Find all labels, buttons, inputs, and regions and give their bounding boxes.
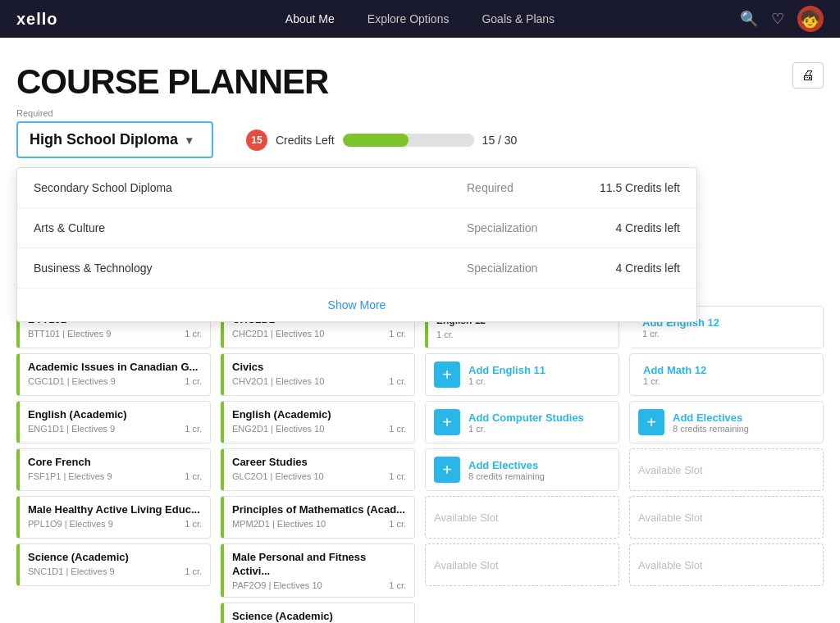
list-item[interactable]: English (Academic) ENG2D1 | Electives 10… [221,401,415,443]
add-card-title: Add English 11 [468,364,546,376]
course-name: Civics [232,361,406,375]
diploma-select[interactable]: High School Diploma ▾ [16,121,213,158]
add-card-sub: 8 credits remaining [673,424,749,434]
add-card-sub: 1 cr. [468,376,546,386]
add-computer-studies-button[interactable]: + [434,409,460,435]
course-credits: 1 cr. [389,519,406,529]
add-english-11-button[interactable]: + [434,362,460,388]
add-english-11-card[interactable]: + Add English 11 1 cr. [425,353,619,396]
course-code-elective: CGC1D1 | Electives 9 [28,376,116,386]
add-card-title: Add Computer Studies [468,412,584,424]
course-credits: 1 cr. [185,566,202,576]
course-credits: 1 cr. [185,519,202,529]
list-item[interactable]: Academic Issues in Canadian G... CGC1D1 … [16,353,211,396]
course-meta: ENG2D1 | Electives 10 1 cr. [232,424,406,434]
diploma-dropdown: Secondary School Diploma Required 11.5 C… [16,167,697,322]
list-item[interactable]: Science (Academic) SNC2D1 | Electives 10… [221,603,415,623]
available-slot: Available Slot [629,543,824,586]
add-english-11-text: Add English 11 1 cr. [468,364,546,386]
course-name: Academic Issues in Canadian G... [28,361,202,375]
course-credits: 1 cr. [185,424,202,434]
course-meta: SNC1D1 | Electives 9 1 cr. [28,566,202,576]
required-label: Required [16,108,53,118]
dropdown-item-arts[interactable]: Arts & Culture Specialization 4 Credits … [17,208,696,248]
dropdown-item-credits-2: 4 Credits left [582,261,680,275]
course-code-elective: ENG2D1 | Electives 10 [232,424,324,434]
list-item[interactable]: Civics CHV2O1 | Electives 10 1 cr. [221,353,415,396]
nav-goals-plans[interactable]: Goals & Plans [482,12,555,25]
course-meta: CGC1D1 | Electives 9 1 cr. [28,376,202,386]
list-item[interactable]: Career Studies GLC2O1 | Electives 10 1 c… [221,448,415,491]
add-computer-studies-text: Add Computer Studies 1 cr. [468,412,584,434]
add-math-12-text: Add Math 12 1 cr. [638,364,706,386]
course-code-elective: PPL1O9 | Electives 9 [28,519,113,529]
nav-about-me[interactable]: About Me [285,12,335,25]
dropdown-item-name-1: Arts & Culture [34,221,467,234]
column-1: BTT101 BTT101 | Electives 9 1 cr. Academ… [16,306,211,623]
credits-left-section: 15 Credits Left 15 / 30 [246,130,517,151]
available-slot: Available Slot [425,543,619,586]
progress-bar [343,134,474,147]
course-code-elective: FSF1P1 | Electives 9 [28,471,112,481]
main-content: COURSE PLANNER 🖨 Required High School Di… [0,38,840,623]
show-more-button[interactable]: Show More [17,289,696,321]
nav-explore-options[interactable]: Explore Options [368,12,450,25]
add-electives-card-col4[interactable]: + Add Electives 8 credits remaining [629,401,824,443]
progress-bar-fill [343,134,409,147]
heart-icon[interactable]: ♡ [771,10,784,28]
dropdown-item-type-1: Specialization [467,221,582,234]
add-electives-card-col3[interactable]: + Add Electives 8 credits remaining [425,448,619,491]
course-meta: FSF1P1 | Electives 9 1 cr. [28,471,202,481]
search-icon[interactable]: 🔍 [740,10,758,28]
course-meta: CHV2O1 | Electives 10 1 cr. [232,376,406,386]
add-card-sub: 1 cr. [643,376,706,386]
column-2: CHC2D1 CHC2D1 | Electives 10 1 cr. Civic… [221,306,415,623]
course-meta: ENG1D1 | Electives 9 1 cr. [28,424,202,434]
add-computer-studies-card[interactable]: + Add Computer Studies 1 cr. [425,401,619,443]
column-3: English 12 1 cr. + Add English 11 1 cr. … [425,306,619,623]
list-item[interactable]: Male Personal and Fitness Activi... PAF2… [221,543,415,598]
print-button[interactable]: 🖨 [792,62,824,89]
credits-left-label: Credits Left [276,134,335,147]
available-slot: Available Slot [425,496,619,539]
course-code-elective: SNC1D1 | Electives 9 [28,566,115,576]
course-code-elective: ENG1D1 | Electives 9 [28,424,115,434]
add-electives-button-col3[interactable]: + [434,457,460,483]
avatar[interactable]: 🧒 [797,6,824,32]
course-meta: PAF2O9 | Electives 10 1 cr. [232,580,406,590]
page-title: COURSE PLANNER [16,62,824,102]
course-name: English (Academic) [28,408,202,422]
course-credits: 1 cr. [389,424,406,434]
course-name: Science (Academic) [232,610,406,623]
course-credits: 1 cr. [389,376,406,386]
available-slot: Available Slot [629,448,824,491]
add-card-title: Add Electives [673,412,749,424]
course-credits: 1 cr. [185,376,202,386]
add-electives-text-col4: Add Electives 8 credits remaining [673,412,749,434]
dropdown-item-business[interactable]: Business & Technology Specialization 4 C… [17,248,696,289]
dropdown-item-name-0: Secondary School Diploma [34,181,467,194]
add-math-12-card[interactable]: Add Math 12 1 cr. [629,353,824,396]
course-credits: 1 cr. [436,330,454,339]
column-4: Add English 12 1 cr. Add Math 12 1 cr. +… [629,306,824,623]
dropdown-item-secondary[interactable]: Secondary School Diploma Required 11.5 C… [17,168,696,208]
add-card-title: Add Math 12 [643,364,706,376]
chevron-down-icon: ▾ [186,134,192,147]
course-name: Principles of Mathematics (Acad... [232,503,406,517]
course-name: Male Personal and Fitness Activi... [232,551,406,579]
add-card-sub: 1 cr. [642,329,719,339]
course-name: Male Healthy Active Living Educ... [28,503,202,517]
course-meta: PPL1O9 | Electives 9 1 cr. [28,519,202,529]
required-row: Required High School Diploma ▾ 15 Credit… [16,121,824,158]
list-item[interactable]: Principles of Mathematics (Acad... MPM2D… [221,496,415,539]
nav-icons: 🔍 ♡ 🧒 [740,6,824,32]
course-name: English (Academic) [232,408,406,422]
list-item[interactable]: Science (Academic) SNC1D1 | Electives 9 … [16,543,211,586]
list-item[interactable]: Male Healthy Active Living Educ... PPL1O… [16,496,211,539]
dropdown-item-type-0: Required [467,181,582,194]
list-item[interactable]: Core French FSF1P1 | Electives 9 1 cr. [16,448,211,491]
add-electives-button-col4[interactable]: + [638,409,664,435]
add-card-sub: 1 cr. [468,424,584,434]
list-item[interactable]: English (Academic) ENG1D1 | Electives 9 … [16,401,211,443]
course-name: Career Studies [232,456,406,470]
